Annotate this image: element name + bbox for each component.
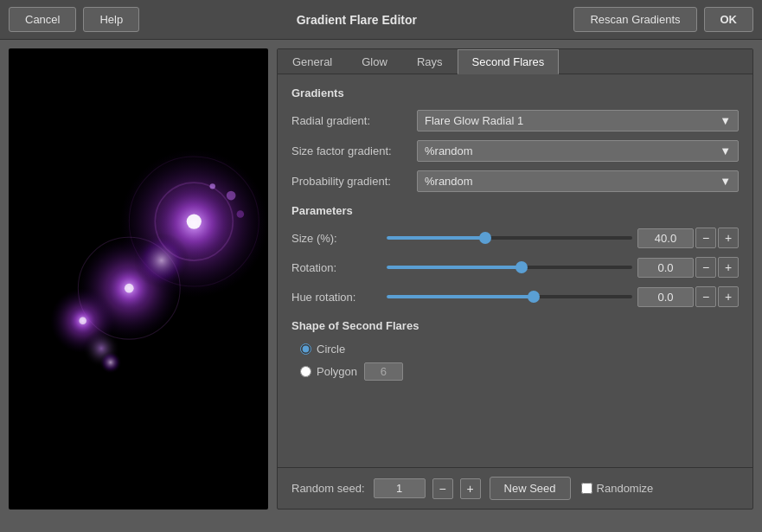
rotation-value[interactable] <box>637 258 694 278</box>
tab-general[interactable]: General <box>278 49 347 74</box>
gradients-section: Gradients Radial gradient: Flare Glow Ra… <box>291 87 739 192</box>
svg-point-17 <box>210 183 215 189</box>
svg-point-12 <box>79 317 86 324</box>
seed-plus-button[interactable]: + <box>460 478 481 499</box>
circle-radio-row: Circle <box>300 343 739 356</box>
rotation-minus-button[interactable]: − <box>695 257 716 278</box>
prob-dropdown[interactable]: %random ▼ <box>417 170 739 192</box>
tab-glow[interactable]: Glow <box>347 49 402 74</box>
svg-point-9 <box>99 351 122 374</box>
size-slider-container[interactable] <box>387 229 632 247</box>
polygon-radio-row: Polygon <box>300 362 739 381</box>
size-factor-dropdown-arrow: ▼ <box>720 144 731 157</box>
rotation-slider-container[interactable] <box>387 259 632 276</box>
size-factor-dropdown[interactable]: %random ▼ <box>417 140 739 162</box>
size-factor-row: Size factor gradient: %random ▼ <box>291 140 739 162</box>
radial-dropdown-arrow: ▼ <box>720 114 731 127</box>
hue-thumb[interactable] <box>528 291 540 303</box>
hue-fill <box>387 295 534 298</box>
hue-minus-button[interactable]: − <box>695 286 716 307</box>
tab-rays[interactable]: Rays <box>402 49 458 74</box>
polygon-sides-input[interactable] <box>364 362 403 381</box>
help-button[interactable]: Help <box>83 7 139 32</box>
toolbar-title: Gradient Flare Editor <box>146 13 567 27</box>
preview-canvas <box>9 48 268 510</box>
randomize-checkbox[interactable] <box>581 483 592 494</box>
main-layout: General Glow Rays Second Flares Gradient… <box>0 40 762 518</box>
size-fill <box>387 236 485 240</box>
svg-point-18 <box>237 210 245 218</box>
hue-plus-button[interactable]: + <box>718 286 739 307</box>
size-row: Size (%): − + <box>291 228 739 248</box>
rotation-thumb[interactable] <box>515 261 528 273</box>
tabs: General Glow Rays Second Flares <box>278 49 752 74</box>
parameters-header: Parameters <box>291 204 739 217</box>
ok-button[interactable]: OK <box>704 7 754 32</box>
shape-options: Circle Polygon <box>291 343 739 381</box>
size-minus-button[interactable]: − <box>695 228 716 248</box>
rotation-track <box>387 266 632 269</box>
new-seed-button[interactable]: New Seed <box>490 477 571 500</box>
rescan-button[interactable]: Rescan Gradients <box>573 7 696 32</box>
shape-section: Shape of Second Flares Circle Polygon <box>291 319 739 381</box>
hue-label: Hue rotation: <box>291 291 387 304</box>
shape-header: Shape of Second Flares <box>291 319 739 332</box>
content-area: Gradients Radial gradient: Flare Glow Ra… <box>278 74 752 467</box>
svg-point-16 <box>227 191 236 201</box>
prob-value: %random <box>425 175 473 188</box>
size-plus-button[interactable]: + <box>718 228 739 248</box>
cancel-button[interactable]: Cancel <box>9 7 76 32</box>
svg-point-10 <box>187 215 202 229</box>
prob-row: Probability gradient: %random ▼ <box>291 170 739 192</box>
toolbar: Cancel Help Gradient Flare Editor Rescan… <box>0 0 762 40</box>
size-factor-value: %random <box>425 144 473 157</box>
prob-label: Probability gradient: <box>291 175 417 188</box>
hue-track <box>387 295 632 298</box>
tab-second-flares[interactable]: Second Flares <box>458 49 560 74</box>
right-panel: General Glow Rays Second Flares Gradient… <box>277 48 753 510</box>
radial-dropdown[interactable]: Flare Glow Radial 1 ▼ <box>417 110 739 131</box>
rotation-fill <box>387 266 522 269</box>
randomize-row: Randomize <box>581 482 654 495</box>
polygon-radio[interactable] <box>300 366 311 377</box>
size-track <box>387 236 632 240</box>
radial-value: Flare Glow Radial 1 <box>425 114 523 127</box>
radial-gradient-row: Radial gradient: Flare Glow Radial 1 ▼ <box>291 110 739 131</box>
size-value[interactable] <box>637 228 694 248</box>
size-label: Size (%): <box>291 232 387 245</box>
size-thumb[interactable] <box>479 232 491 244</box>
rotation-row: Rotation: − + <box>291 257 739 278</box>
circle-radio[interactable] <box>300 343 311 355</box>
bottom-row: Random seed: − + New Seed Randomize <box>278 467 752 509</box>
rotation-label: Rotation: <box>291 261 387 274</box>
radial-label: Radial gradient: <box>291 114 417 127</box>
seed-label: Random seed: <box>291 482 365 495</box>
seed-minus-button[interactable]: − <box>432 478 453 499</box>
parameters-section: Parameters Size (%): − + <box>291 204 739 307</box>
hue-value[interactable] <box>637 287 694 307</box>
gradients-header: Gradients <box>291 87 739 99</box>
preview-panel <box>9 48 268 510</box>
polygon-label: Polygon <box>317 365 357 378</box>
hue-slider-container[interactable] <box>387 288 632 305</box>
svg-point-11 <box>125 284 134 293</box>
hue-row: Hue rotation: − + <box>291 286 739 307</box>
seed-input[interactable] <box>374 478 426 498</box>
randomize-label: Randomize <box>597 482 654 495</box>
circle-label: Circle <box>317 343 345 356</box>
rotation-plus-button[interactable]: + <box>718 257 739 278</box>
prob-dropdown-arrow: ▼ <box>720 175 731 188</box>
size-factor-label: Size factor gradient: <box>291 144 417 157</box>
